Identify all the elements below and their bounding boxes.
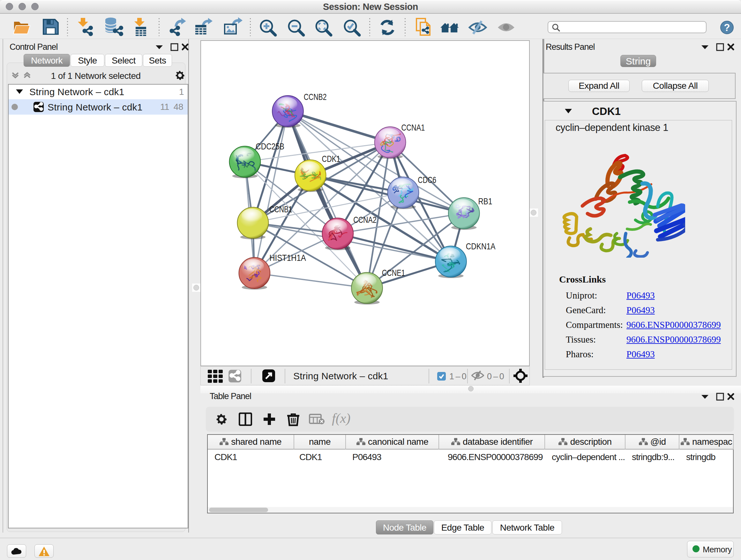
svg-text:CDKN1A: CDKN1A xyxy=(466,241,495,251)
svg-text:CDC25B: CDC25B xyxy=(256,141,284,151)
svg-text:CCNE1: CCNE1 xyxy=(382,268,405,278)
svg-text:CCNB1: CCNB1 xyxy=(269,204,292,214)
svg-text:CDC6: CDC6 xyxy=(418,175,436,185)
svg-text:CCNA2: CCNA2 xyxy=(353,215,377,225)
svg-text:CDK1: CDK1 xyxy=(322,154,340,164)
svg-text:RB1: RB1 xyxy=(478,196,492,206)
svg-text:CCNA1: CCNA1 xyxy=(401,123,425,132)
svg-text:CCNB2: CCNB2 xyxy=(304,92,327,102)
svg-text:HIST1H1A: HIST1H1A xyxy=(269,253,306,263)
